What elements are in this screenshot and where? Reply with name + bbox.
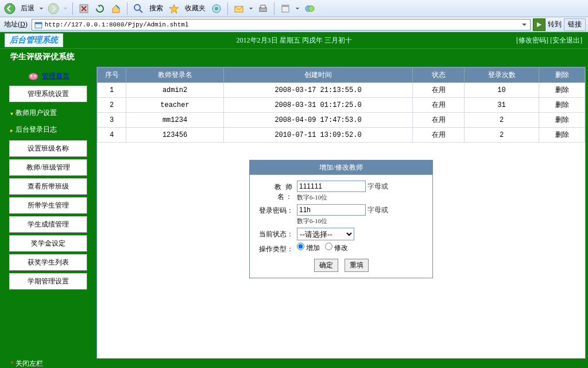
cell-count: 31: [465, 98, 539, 113]
sidebar-item-class-name[interactable]: 设置班级名称: [9, 140, 87, 157]
home-icon[interactable]: [109, 2, 123, 16]
app-header: 后台管理系统 2012年2月3日 星期五 丙戌年 三月初十 [修改密码] [安全…: [0, 32, 588, 48]
teacher-form: 增加/修改教师 教 师 名： 字母或 数字6-10位 登录密码： 字母或 数字: [249, 160, 433, 278]
th-created: 创建时间: [224, 68, 413, 83]
edit-icon[interactable]: [278, 2, 293, 16]
stop-icon[interactable]: [76, 2, 91, 16]
main-wrap: 管理首页 管理系统设置 教师用户设置 后台登录日志 设置班级名称 教师/班级管理…: [0, 64, 588, 359]
svg-rect-14: [35, 22, 42, 24]
cell-seq: 3: [98, 113, 126, 128]
op-add-radio[interactable]: [297, 243, 304, 250]
back-dropdown[interactable]: [38, 6, 45, 11]
favorites-icon[interactable]: [167, 2, 181, 16]
back-button[interactable]: [2, 2, 17, 16]
table-row: 1admin22008-03-17 21:13:55.0在用10删除: [98, 83, 585, 98]
th-del: 删除: [539, 68, 585, 83]
close-left-link[interactable]: 关闭左栏: [16, 359, 43, 369]
mail-dropdown[interactable]: [247, 6, 254, 11]
cell-status: 在用: [413, 128, 465, 143]
sidebar-item-award-list[interactable]: 获奖学生列表: [9, 254, 87, 271]
sidebar-item-sys-settings[interactable]: 管理系统设置: [9, 86, 87, 102]
search-label: 搜索: [147, 3, 165, 13]
header-links: [修改密码] [安全退出]: [516, 36, 582, 45]
mail-icon[interactable]: [231, 2, 246, 16]
asterisk-icon: *: [10, 359, 14, 368]
cell-seq: 2: [98, 98, 126, 113]
links-button[interactable]: 链接: [564, 18, 586, 31]
cell-del[interactable]: 删除: [539, 98, 585, 113]
svg-rect-10: [282, 5, 289, 7]
url-input[interactable]: http://127.0.0.1:8080/Pjpy/Admin.shtml: [32, 19, 531, 30]
sidebar-item-grade-mgmt[interactable]: 学生成绩管理: [9, 216, 87, 233]
optype-label: 操作类型：: [258, 243, 293, 254]
teacher-name-hint: 字母或: [368, 182, 388, 190]
status-label: 当前状态：: [258, 228, 293, 239]
url-text: http://127.0.0.1:8080/Pjpy/Admin.shtml: [45, 21, 189, 28]
sidebar-home[interactable]: 管理首页: [6, 69, 91, 83]
cell-del[interactable]: 删除: [539, 113, 585, 128]
svg-rect-8: [261, 5, 265, 8]
sidebar-item-scholarship[interactable]: 奖学金设定: [9, 235, 87, 252]
sidebar-item-teacher-class[interactable]: 教师/班级管理: [9, 159, 87, 176]
password-label: 登录密码：: [258, 204, 293, 216]
cell-created: 2008-03-31 01:17:25.0: [224, 98, 413, 113]
status-select[interactable]: --请选择--: [297, 228, 354, 240]
cell-count: 10: [465, 83, 539, 98]
sidebar-item-view-class[interactable]: 查看所带班级: [9, 178, 87, 195]
teacher-name-input[interactable]: [297, 181, 366, 192]
cell-count: 2: [465, 128, 539, 143]
cell-seq: 1: [98, 83, 126, 98]
cell-count: 2: [465, 113, 539, 128]
svg-point-17: [34, 75, 36, 76]
th-login: 教师登录名: [126, 68, 224, 83]
cell-login: mm1234: [126, 113, 224, 128]
svg-point-3: [134, 5, 140, 10]
favorites-label: 收藏夹: [183, 3, 208, 13]
edit-dropdown[interactable]: [294, 6, 301, 11]
svg-point-16: [31, 75, 33, 76]
teacher-table: 序号 教师登录名 创建时间 状态 登录次数 删除 1admin22008-03-…: [97, 67, 585, 143]
cell-del[interactable]: 删除: [539, 83, 585, 98]
home-small-icon: [27, 72, 40, 81]
table-row: 3mm12342008-04-09 17:47:53.0在用2删除: [98, 113, 585, 128]
password-subhint: 数字6-16位: [297, 217, 424, 225]
cell-seq: 4: [98, 128, 126, 143]
svg-point-5: [215, 7, 218, 10]
refresh-icon[interactable]: [92, 2, 107, 16]
logout-link[interactable]: [安全退出]: [550, 36, 582, 44]
svg-point-15: [29, 73, 38, 80]
cell-login: teacher: [126, 98, 224, 113]
sidebar-item-term-mgmt[interactable]: 学期管理设置: [9, 273, 87, 290]
op-mod-radio[interactable]: [325, 243, 332, 250]
app-logo: 后台管理系统: [5, 33, 63, 47]
reset-button[interactable]: 重填: [345, 259, 369, 272]
address-bar: 地址(D) http://127.0.0.1:8080/Pjpy/Admin.s…: [0, 17, 588, 32]
th-seq: 序号: [98, 68, 126, 83]
submit-button[interactable]: 确定: [314, 259, 338, 272]
forward-button[interactable]: [46, 2, 61, 16]
cell-login: admin2: [126, 83, 224, 98]
forward-dropdown[interactable]: [62, 6, 69, 11]
content-area: 序号 教师登录名 创建时间 状态 登录次数 删除 1admin22008-03-…: [96, 67, 586, 359]
cell-del[interactable]: 删除: [539, 128, 585, 143]
sub-header: 学生评级评优系统: [0, 48, 588, 64]
sidebar-cat-teacher-users[interactable]: 教师用户设置: [6, 105, 91, 121]
sidebar-cat-login-log[interactable]: 后台登录日志: [6, 121, 91, 138]
svg-point-1: [48, 3, 59, 14]
teacher-name-subhint: 数字6-10位: [297, 193, 424, 202]
system-title: 学生评级评优系统: [10, 52, 75, 62]
print-icon[interactable]: [256, 2, 270, 16]
cell-created: 2008-04-09 17:47:53.0: [224, 113, 413, 128]
history-icon[interactable]: [209, 2, 224, 16]
cell-created: 2010-07-11 13:09:52.0: [224, 128, 413, 143]
sidebar-item-student-mgmt[interactable]: 所带学生管理: [9, 197, 87, 214]
footer-bar: * 关闭左栏: [0, 359, 588, 368]
change-password-link[interactable]: [修改密码]: [516, 36, 548, 44]
go-button[interactable]: [533, 18, 546, 31]
search-icon[interactable]: [131, 2, 146, 16]
messenger-icon[interactable]: [302, 2, 317, 16]
url-dropdown-icon[interactable]: [521, 21, 528, 28]
cell-status: 在用: [413, 98, 465, 113]
svg-point-12: [308, 6, 314, 12]
password-input[interactable]: [297, 204, 366, 216]
